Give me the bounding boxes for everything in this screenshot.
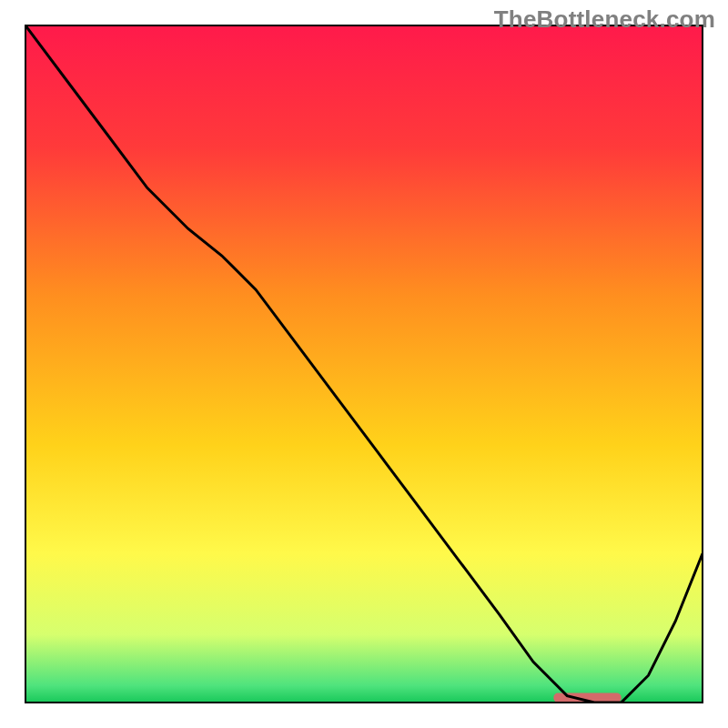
bottleneck-chart	[0, 0, 728, 728]
watermark-text: TheBottleneck.com	[494, 5, 715, 34]
chart-container: TheBottleneck.com	[0, 0, 728, 728]
gradient-background	[25, 25, 703, 703]
